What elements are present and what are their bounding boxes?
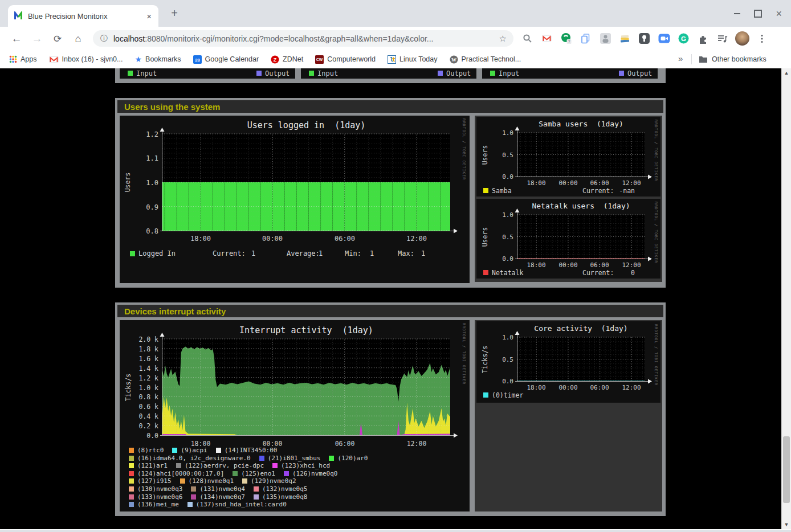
legend-swatch xyxy=(130,251,135,256)
other-bookmarks-button[interactable]: Other bookmarks xyxy=(699,50,766,68)
stat-value: 1 xyxy=(370,249,374,257)
bookmark-item[interactable]: 28Google Calendar xyxy=(193,55,259,64)
legend-item: (21)i801_smbus xyxy=(259,455,321,462)
legend-item: (132)nvme0q5 xyxy=(254,485,307,493)
bookmark-item[interactable]: Inbox (16) - sjvn0... xyxy=(49,55,123,64)
bookmark-star-icon[interactable]: ☆ xyxy=(499,34,507,44)
y-axis-label: Users xyxy=(481,215,489,259)
page-scrollbar[interactable]: ▲ ▼ xyxy=(781,68,791,529)
avatar-icon[interactable] xyxy=(735,31,750,46)
output-label: Output xyxy=(265,69,290,77)
menu-icon[interactable] xyxy=(755,31,769,46)
chart-title: Users logged in (1day) xyxy=(164,120,449,130)
bookmark-item[interactable]: ltLinux Today xyxy=(388,55,438,64)
x-tick-label: 18:00 xyxy=(523,179,550,187)
y-tick-label: 1.1 xyxy=(133,154,158,162)
users-logged-in-chart[interactable]: Users logged in (1day)Users1.21.11.00.90… xyxy=(120,116,470,283)
svg-text:W: W xyxy=(451,56,456,62)
bookmark-item[interactable]: Apps xyxy=(9,55,37,63)
legend-row: (8)rtc0(9)acpi(14)INT3450:00 xyxy=(129,447,286,454)
legend-item: (126)nvme0q0 xyxy=(284,470,337,477)
new-tab-button[interactable]: + xyxy=(168,7,181,20)
section-users-title: Users using the system xyxy=(124,102,220,112)
bookmark-item[interactable]: ZZDNet xyxy=(271,55,303,64)
tab-title: Blue Precision Monitorix xyxy=(28,12,145,21)
x-tick-label: 12:00 xyxy=(618,384,645,391)
y-tick-label: 0.4 k xyxy=(133,412,158,420)
users-right-cell: Samba users (1day)Users1.00.50.018:0000:… xyxy=(475,116,662,282)
legend-item: (127)i915 xyxy=(129,477,172,485)
back-icon[interactable]: ← xyxy=(9,31,24,46)
y-tick-label: 1.2 k xyxy=(133,374,158,382)
address-bar[interactable]: ⓘ localhost:8080/monitorix-cgi/monitorix… xyxy=(93,30,513,47)
video-icon[interactable] xyxy=(657,31,671,46)
lamp-icon[interactable] xyxy=(637,31,652,46)
bookmark-label: Practical Technol... xyxy=(462,55,521,63)
partial-chart[interactable]: InputOutput xyxy=(120,68,295,79)
search-icon[interactable] xyxy=(520,31,535,46)
url-text: localhost:8080/monitorix-cgi/monitorix.c… xyxy=(113,34,499,43)
partial-chart[interactable]: InputOutput xyxy=(301,68,476,79)
samba-users-chart[interactable]: Samba users (1day)Users1.00.50.018:0000:… xyxy=(476,117,660,197)
bookmarks-overflow-icon[interactable]: » xyxy=(678,54,683,63)
chart-title: Core activity (1day) xyxy=(476,324,660,333)
interrupt-activity-chart[interactable]: Interrupt activity (1day)Ticks/s2.0 k1.8… xyxy=(120,320,470,511)
x-tick-label: 18:00 xyxy=(523,261,550,269)
apps-favicon-icon xyxy=(9,55,17,63)
legend-item: (121)ar1 xyxy=(129,462,168,469)
legend-item: (131)nvme0q4 xyxy=(191,485,244,493)
bookmark-item[interactable]: WPractical Technol... xyxy=(450,55,521,64)
output-label: Output xyxy=(627,69,652,77)
stat-value: 0 xyxy=(596,269,635,277)
section-devices: Devices interrupt activity Interrupt act… xyxy=(115,302,666,516)
legend-item: (14)INT3450:00 xyxy=(216,447,278,454)
legend-item: (136)mei_me xyxy=(129,501,179,508)
core-activity-chart[interactable]: Core activity (1day)Ticks/s1.00.50.018:0… xyxy=(476,321,660,403)
x-tick-label: 00:00 xyxy=(259,235,286,243)
home-icon[interactable]: ⌂ xyxy=(71,31,85,46)
y-tick-label: 0.5 xyxy=(491,356,513,363)
y-axis-label: Ticks/s xyxy=(481,338,489,382)
voice-icon[interactable]: ? xyxy=(559,31,574,46)
svg-text:?: ? xyxy=(568,39,570,43)
input-swatch xyxy=(128,71,133,76)
x-tick-label: 00:00 xyxy=(554,179,582,187)
x-tick-label: 00:00 xyxy=(554,261,582,269)
copy-icon[interactable] xyxy=(578,31,593,46)
x-tick-label: 12:00 xyxy=(403,440,430,448)
tab-strip: Blue Precision Monitorix × + × xyxy=(0,0,791,27)
netatalk-users-chart[interactable]: Netatalk users (1day)Users1.00.50.018:00… xyxy=(476,199,660,279)
bookmark-item[interactable]: ★Bookmarks xyxy=(135,55,181,64)
grammarly-icon[interactable]: G xyxy=(676,31,691,46)
forward-icon[interactable]: → xyxy=(30,31,44,46)
puzzle-icon[interactable] xyxy=(696,31,711,46)
y-tick-label: 0.0 xyxy=(491,378,513,385)
y-tick-label: 2.0 k xyxy=(133,335,158,343)
window-maximize-icon[interactable] xyxy=(754,10,762,18)
playlist-icon[interactable] xyxy=(715,31,730,46)
y-axis-label: Ticks/s xyxy=(124,339,132,436)
gmail-ext-icon[interactable] xyxy=(539,31,554,46)
scroll-down-icon[interactable]: ▼ xyxy=(782,522,791,527)
x-tick-label: 12:00 xyxy=(403,235,430,243)
y-tick-label: 1.0 k xyxy=(133,384,158,392)
window-minimize-icon[interactable] xyxy=(734,13,740,14)
window-close-icon[interactable]: × xyxy=(776,11,782,17)
stat-value: 1 xyxy=(421,249,425,257)
rrdtool-watermark: RRDTOOL / TOBI OETIKER xyxy=(462,118,466,180)
rrdtool-watermark: RRDTOOL / TOBI OETIKER xyxy=(654,202,658,263)
tab-close-icon[interactable]: × xyxy=(145,11,153,21)
books-icon[interactable] xyxy=(618,31,633,46)
bookmark-item[interactable]: CWComputerworld xyxy=(315,55,376,64)
scrollbar-thumb[interactable] xyxy=(783,436,790,503)
browser-tab[interactable]: Blue Precision Monitorix × xyxy=(8,5,158,27)
y-tick-label: 1.2 xyxy=(133,130,158,138)
partial-chart[interactable]: InputOutput xyxy=(482,68,658,79)
scroll-up-icon[interactable]: ▲ xyxy=(782,70,791,76)
legend-row: (121)ar1(122)aerdrv, pcie-dpc(123)xhci_h… xyxy=(129,462,339,469)
section-users-header: Users using the system xyxy=(117,100,663,113)
profile-icon[interactable] xyxy=(598,31,613,46)
page-info-icon[interactable]: ⓘ xyxy=(100,34,108,44)
stat-label: Current: xyxy=(213,249,246,257)
reload-icon[interactable]: ⟳ xyxy=(50,31,65,46)
